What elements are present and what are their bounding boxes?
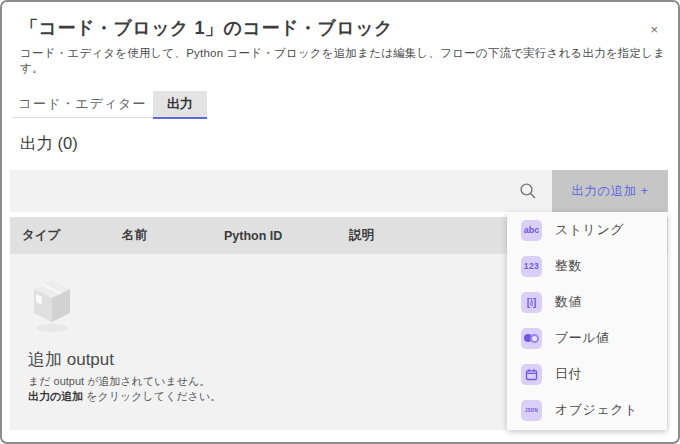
decimal-number-icon: [10] <box>521 292 542 313</box>
calendar-date-icon <box>521 364 542 385</box>
output-type-menu: abc ストリング 123 整数 [10] 数値 ブール値 <box>507 212 667 430</box>
menu-item-label: 数値 <box>555 293 582 311</box>
json-glyph: JSON <box>525 408 538 413</box>
empty-state-line1: まだ output が追加されていません。 <box>28 374 210 389</box>
toggle-glyph <box>524 334 539 343</box>
menu-item-label: 整数 <box>555 257 582 275</box>
decimal-glyph: [10] <box>527 297 537 308</box>
close-icon[interactable]: × <box>650 23 658 37</box>
menu-item-object[interactable]: JSON オブジェクト <box>507 392 667 428</box>
output-count-heading: 出力 (0) <box>20 133 78 155</box>
column-header-name: 名前 <box>122 227 224 244</box>
123-glyph: 123 <box>524 261 540 271</box>
menu-item-boolean[interactable]: ブール値 <box>507 320 667 356</box>
menu-item-string[interactable]: abc ストリング <box>507 212 667 248</box>
empty-state-line2-bold: 出力の追加 <box>28 390 83 402</box>
tab-bar: コード・エディター 出力 <box>12 91 207 119</box>
boolean-toggle-icon <box>521 328 542 349</box>
menu-item-label: 日付 <box>555 365 582 383</box>
menu-item-number[interactable]: [10] 数値 <box>507 284 667 320</box>
column-header-python-id: Python ID <box>224 229 349 243</box>
menu-item-label: ストリング <box>555 221 624 239</box>
empty-state-title: 追加 output <box>28 348 114 371</box>
bracket-close: ] <box>533 297 536 308</box>
json-object-icon: JSON <box>521 400 542 421</box>
menu-item-integer[interactable]: 123 整数 <box>507 248 667 284</box>
add-output-button[interactable]: 出力の追加 + <box>552 170 668 212</box>
menu-item-date[interactable]: 日付 <box>507 356 667 392</box>
column-header-type: タイプ <box>22 227 122 244</box>
menu-item-label: オブジェクト <box>555 401 638 419</box>
search-icon[interactable] <box>519 182 537 200</box>
empty-state-line2-rest: をクリックしてください。 <box>83 390 221 402</box>
abc-string-icon: abc <box>521 220 542 241</box>
page-title: 「コード・ブロック 1」のコード・ブロック <box>20 16 393 40</box>
code-block-dialog: 「コード・ブロック 1」のコード・ブロック コード・エディタを使用して、Pyth… <box>0 0 680 444</box>
package-cube-icon <box>30 278 74 334</box>
tab-output[interactable]: 出力 <box>153 91 207 119</box>
calendar-glyph <box>525 368 538 381</box>
tab-code-editor[interactable]: コード・エディター <box>12 91 153 118</box>
output-toolbar: 出力の追加 + <box>10 170 668 212</box>
menu-item-label: ブール値 <box>555 329 610 347</box>
dialog-subtitle: コード・エディタを使用して、Python コード・ブロックを追加または編集し、フ… <box>20 46 678 76</box>
123-integer-icon: 123 <box>521 256 542 277</box>
empty-state-line2: 出力の追加 をクリックしてください。 <box>28 389 221 404</box>
abc-glyph: abc <box>524 225 540 235</box>
